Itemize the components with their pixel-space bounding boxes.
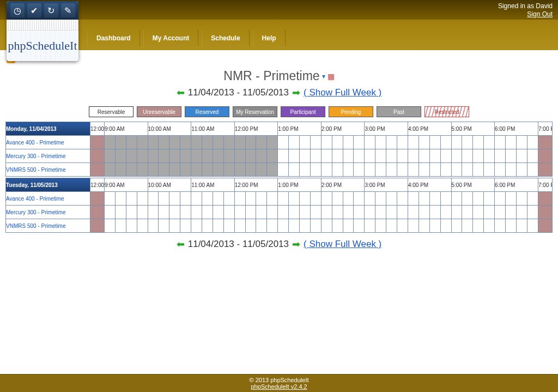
timeslot[interactable] xyxy=(169,192,180,206)
timeslot[interactable] xyxy=(191,192,202,206)
timeslot[interactable] xyxy=(408,136,418,149)
timeslot[interactable] xyxy=(365,136,375,149)
timeslot[interactable] xyxy=(332,206,343,219)
timeslot[interactable] xyxy=(386,149,397,163)
timeslot[interactable] xyxy=(516,149,527,163)
timeslot[interactable] xyxy=(223,206,234,219)
timeslot[interactable] xyxy=(440,149,451,163)
timeslot[interactable] xyxy=(429,163,440,177)
timeslot[interactable] xyxy=(234,206,245,219)
timeslot[interactable] xyxy=(213,219,223,233)
timeslot[interactable] xyxy=(300,149,311,163)
timeslot[interactable] xyxy=(278,149,289,163)
timeslot[interactable] xyxy=(115,219,126,233)
timeslot[interactable] xyxy=(365,163,375,177)
timeslot[interactable] xyxy=(169,219,180,233)
timeslot[interactable] xyxy=(505,163,516,177)
timeslot[interactable] xyxy=(462,163,473,177)
timeslot[interactable] xyxy=(484,206,495,219)
timeslot[interactable] xyxy=(321,219,332,233)
timeslot[interactable] xyxy=(365,192,375,206)
timeslot[interactable] xyxy=(278,192,289,206)
timeslot[interactable] xyxy=(505,136,516,149)
timeslot[interactable] xyxy=(495,192,506,206)
timeslot[interactable] xyxy=(180,192,191,206)
timeslot[interactable] xyxy=(462,149,473,163)
timeslot[interactable] xyxy=(321,206,332,219)
logo[interactable]: ◷ ✔ ↻ ✎ phpScheduleIt xyxy=(7,1,78,61)
nav-help[interactable]: Help xyxy=(253,30,286,46)
timeslot[interactable] xyxy=(495,219,506,233)
timeslot[interactable] xyxy=(473,149,484,163)
timeslot[interactable] xyxy=(343,149,354,163)
timeslot[interactable] xyxy=(300,192,311,206)
timeslot[interactable] xyxy=(527,219,538,233)
timeslot[interactable] xyxy=(289,206,300,219)
timeslot[interactable] xyxy=(408,192,418,206)
timeslot[interactable] xyxy=(429,206,440,219)
timeslot[interactable] xyxy=(440,192,451,206)
timeslot[interactable] xyxy=(408,149,418,163)
timeslot[interactable] xyxy=(321,163,332,177)
timeslot[interactable] xyxy=(126,192,137,206)
timeslot[interactable] xyxy=(159,206,169,219)
timeslot[interactable] xyxy=(408,163,418,177)
timeslot[interactable] xyxy=(267,192,278,206)
timeslot[interactable] xyxy=(451,149,462,163)
timeslot[interactable] xyxy=(495,136,506,149)
timeslot[interactable] xyxy=(451,163,462,177)
timeslot[interactable] xyxy=(365,149,375,163)
timeslot[interactable] xyxy=(473,206,484,219)
timeslot[interactable] xyxy=(462,219,473,233)
timeslot[interactable] xyxy=(527,136,538,149)
timeslot[interactable] xyxy=(332,149,343,163)
timeslot[interactable] xyxy=(213,192,223,206)
timeslot[interactable] xyxy=(245,219,256,233)
timeslot[interactable] xyxy=(495,163,506,177)
timeslot[interactable] xyxy=(440,136,451,149)
timeslot[interactable] xyxy=(354,149,365,163)
prev-arrow-icon[interactable]: ⬅ xyxy=(177,87,185,99)
timeslot[interactable] xyxy=(343,192,354,206)
nav-my-account[interactable]: My Account xyxy=(143,30,199,46)
timeslot[interactable] xyxy=(484,219,495,233)
schedule-dropdown-icon[interactable]: ▾ xyxy=(322,73,325,80)
resource-label[interactable]: Avance 400 - Primetime xyxy=(6,192,90,206)
timeslot[interactable] xyxy=(343,219,354,233)
timeslot[interactable] xyxy=(310,192,321,206)
timeslot[interactable] xyxy=(256,206,267,219)
timeslot[interactable] xyxy=(234,192,245,206)
timeslot[interactable] xyxy=(386,163,397,177)
timeslot[interactable] xyxy=(505,206,516,219)
timeslot[interactable] xyxy=(354,219,365,233)
timeslot[interactable] xyxy=(105,192,116,206)
timeslot[interactable] xyxy=(386,206,397,219)
timeslot[interactable] xyxy=(343,136,354,149)
timeslot[interactable] xyxy=(191,219,202,233)
timeslot[interactable] xyxy=(148,206,159,219)
timeslot[interactable] xyxy=(495,206,506,219)
timeslot[interactable] xyxy=(451,206,462,219)
timeslot[interactable] xyxy=(505,192,516,206)
timeslot[interactable] xyxy=(321,136,332,149)
timeslot[interactable] xyxy=(300,163,311,177)
timeslot[interactable] xyxy=(267,219,278,233)
timeslot[interactable] xyxy=(105,219,116,233)
timeslot[interactable] xyxy=(126,219,137,233)
timeslot[interactable] xyxy=(310,219,321,233)
timeslot[interactable] xyxy=(516,136,527,149)
timeslot[interactable] xyxy=(321,149,332,163)
timeslot[interactable] xyxy=(386,192,397,206)
timeslot[interactable] xyxy=(484,149,495,163)
timeslot[interactable] xyxy=(365,219,375,233)
resource-label[interactable]: VNMRS 500 - Primetime xyxy=(6,163,90,177)
timeslot[interactable] xyxy=(397,163,408,177)
timeslot[interactable] xyxy=(148,192,159,206)
prev-arrow-icon-bottom[interactable]: ⬅ xyxy=(177,238,185,250)
timeslot[interactable] xyxy=(343,206,354,219)
timeslot[interactable] xyxy=(451,219,462,233)
timeslot[interactable] xyxy=(527,192,538,206)
timeslot[interactable] xyxy=(310,206,321,219)
timeslot[interactable] xyxy=(418,136,429,149)
next-arrow-icon[interactable]: ➡ xyxy=(292,87,300,99)
